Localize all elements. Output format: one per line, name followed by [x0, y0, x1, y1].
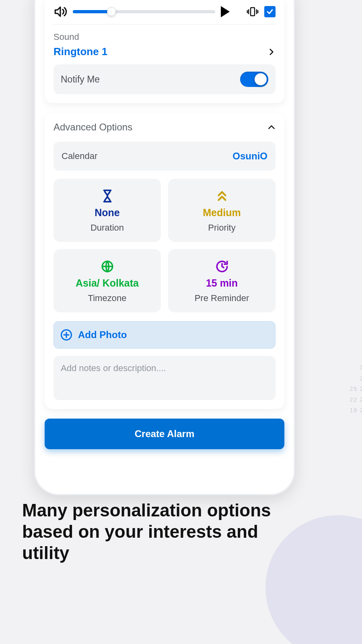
- notes-input[interactable]: Add notes or description....: [53, 356, 276, 400]
- marketing-headline: Many personalization options based on yo…: [22, 500, 304, 564]
- prereminder-value: 15 min: [206, 277, 238, 289]
- priority-label: Priority: [208, 223, 235, 233]
- chevron-right-icon: [267, 47, 276, 57]
- volume-row: [53, 5, 276, 25]
- notify-label: Notify Me: [61, 74, 100, 85]
- notes-placeholder: Add notes or description....: [61, 363, 166, 373]
- timezone-value: Asia/ Kolkata: [76, 277, 139, 289]
- calendar-label: Calendar: [62, 151, 97, 161]
- timezone-label: Timezone: [88, 293, 127, 303]
- svg-rect-1: [251, 8, 255, 16]
- sound-label: Sound: [53, 32, 276, 42]
- vibrate-checkbox[interactable]: [264, 6, 276, 17]
- calendar-value: OsuniO: [232, 151, 267, 162]
- priority-value: Medium: [203, 207, 241, 219]
- ringtone-row[interactable]: Ringtone 1: [53, 45, 276, 58]
- priority-up-icon: [215, 189, 229, 203]
- play-icon[interactable]: [221, 6, 230, 17]
- duration-value: None: [95, 207, 120, 219]
- advanced-tiles: None Duration Medium Priority: [53, 179, 276, 312]
- duration-tile[interactable]: None Duration: [53, 179, 161, 242]
- clock-reload-icon: [215, 260, 229, 273]
- globe-icon: [101, 260, 114, 273]
- create-alarm-button[interactable]: Create Alarm: [45, 419, 284, 449]
- plus-circle-icon: [60, 329, 72, 341]
- ringtone-value: Ringtone 1: [53, 45, 107, 58]
- advanced-card: Advanced Options Calendar OsuniO: [45, 113, 284, 409]
- notify-row: Notify Me: [53, 64, 276, 94]
- prereminder-label: Pre Reminder: [195, 293, 249, 303]
- priority-tile[interactable]: Medium Priority: [168, 179, 276, 242]
- advanced-header[interactable]: Advanced Options: [53, 122, 276, 133]
- svg-marker-0: [55, 7, 60, 17]
- add-photo-label: Add Photo: [78, 329, 127, 341]
- vibrate-icon: [247, 6, 259, 18]
- hourglass-icon: [101, 189, 114, 203]
- speaker-icon: [53, 5, 67, 19]
- calendar-row[interactable]: Calendar OsuniO: [53, 142, 276, 171]
- notify-toggle[interactable]: [240, 72, 268, 87]
- duration-label: Duration: [90, 223, 124, 233]
- add-photo-button[interactable]: Add Photo: [53, 321, 276, 349]
- timezone-tile[interactable]: Asia/ Kolkata Timezone: [53, 249, 161, 312]
- sound-card: Sound Ringtone 1 Notify Me: [45, 0, 284, 103]
- chevron-up-icon: [267, 122, 276, 132]
- prereminder-tile[interactable]: 15 min Pre Reminder: [168, 249, 276, 312]
- advanced-title: Advanced Options: [53, 122, 132, 133]
- phone-frame: Sound Ringtone 1 Notify Me Advanced Opti…: [34, 0, 295, 495]
- volume-slider[interactable]: [73, 10, 215, 14]
